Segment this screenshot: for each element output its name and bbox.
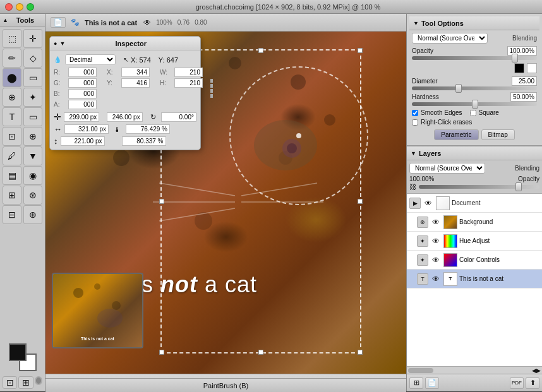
scroll-right-btn[interactable]: ▶ xyxy=(536,367,541,374)
diameter-slider-thumb[interactable] xyxy=(455,84,462,93)
rot-value: 0.00° xyxy=(161,112,196,122)
a-label: A: xyxy=(54,101,66,108)
status-text: PaintBrush (B) xyxy=(203,382,249,389)
insp-cx-row: X: 344 xyxy=(107,68,150,77)
window-controls[interactable] xyxy=(5,3,34,11)
tool-options-title: Tool Options xyxy=(421,20,464,27)
layer-item-text[interactable]: T 👁 T This is not a cat xyxy=(407,270,542,288)
canvas-tab-icon: 🐾 xyxy=(71,18,80,27)
layer-item-document[interactable]: ▶ 👁 Document xyxy=(407,194,542,213)
close-button[interactable] xyxy=(5,3,13,11)
inspector-title: Inspector xyxy=(65,40,196,47)
pdf-button[interactable]: PDF xyxy=(510,377,524,389)
r-value: 000 xyxy=(68,68,97,77)
tool-grid: ⬚ ✛ ✏ ◇ ⬤ ▭ ⊕ ✦ T ▭ ⊡ ⊕ 🖊 ▼ ▤ ◉ ⊞ ⊛ ⊟ ⊕ xyxy=(0,27,45,227)
layer-eye-bg[interactable]: 👁 xyxy=(430,217,442,228)
fg-bg-colors[interactable] xyxy=(9,343,37,371)
tool-colorpick[interactable]: 🖊 xyxy=(3,146,21,165)
smooth-edges-checkbox[interactable] xyxy=(412,110,418,116)
tool-move[interactable]: ✛ xyxy=(23,29,42,48)
cursor-icon: ↖ xyxy=(123,56,128,63)
tool-zoom[interactable]: ⊕ xyxy=(23,127,42,146)
layer-item-hue[interactable]: ✦ 👁 Hue Adjust xyxy=(407,232,542,251)
handle-bc[interactable] xyxy=(258,350,263,355)
layer-eye-cc[interactable]: 👁 xyxy=(430,254,442,266)
tool-clone[interactable]: ⊕ xyxy=(3,88,21,107)
square-checkbox[interactable] xyxy=(470,110,476,116)
insp-size: W: 210 H: 210 xyxy=(160,68,203,109)
bitmap-button[interactable]: Bitmap xyxy=(481,129,515,140)
opacity-slider-track[interactable] xyxy=(412,56,537,60)
tool-fill[interactable]: ▼ xyxy=(23,146,42,165)
layers-scroll-bar[interactable]: ◀ ▶ xyxy=(407,366,542,374)
opacity-slider-thumb[interactable] xyxy=(512,54,518,62)
new-layer-button[interactable]: 📄 xyxy=(425,377,439,389)
tool-polygon[interactable]: ◇ xyxy=(23,49,42,68)
inspector-close[interactable]: ● xyxy=(54,40,57,47)
layer-expand-btn-bg[interactable]: ⊛ xyxy=(417,217,428,228)
tool-blur[interactable]: ◉ xyxy=(23,166,42,185)
tool-freehand[interactable]: ✏ xyxy=(3,49,21,68)
tool-transform[interactable]: ⊞ xyxy=(3,186,21,205)
layer-item-background[interactable]: ⊛ 👁 Background xyxy=(407,213,542,232)
tool-select[interactable]: ⬚ xyxy=(3,29,21,48)
new-group-button[interactable]: ⊞ xyxy=(409,377,423,389)
layer-opacity-thumb[interactable] xyxy=(515,182,522,191)
inspector-mode-select[interactable]: Decimal xyxy=(65,54,116,65)
diameter-slider-track[interactable] xyxy=(412,86,537,90)
layer-eye-txt[interactable]: 👁 xyxy=(430,273,442,285)
pos-y-value: 246.00 px xyxy=(107,112,142,122)
layer-blending-label: Blending xyxy=(515,165,539,172)
layers-scroll-thumb[interactable] xyxy=(408,368,433,373)
handle-ml[interactable] xyxy=(159,199,164,204)
layer-blend-select[interactable]: Normal (Source Over) xyxy=(409,163,485,174)
pos-x-value: 299.00 px xyxy=(64,112,99,122)
tool-extra2[interactable]: ⊞ xyxy=(18,376,33,389)
hardness-slider-thumb[interactable] xyxy=(472,100,478,109)
tool-heal[interactable]: ✦ xyxy=(23,88,42,107)
handle-bl[interactable] xyxy=(159,350,164,355)
layer-item-color-controls[interactable]: ✦ 👁 Color Controls xyxy=(407,251,542,270)
center-handle[interactable] xyxy=(296,133,301,138)
layer-opacity-row: 100.00% Opacity ⛓ xyxy=(409,175,539,191)
tool-circle[interactable] xyxy=(35,376,42,385)
blend-mode-select[interactable]: Normal (Source Over) xyxy=(412,33,488,44)
tool-shape[interactable]: ▭ xyxy=(23,107,42,126)
hardness-slider-track[interactable] xyxy=(412,102,537,106)
export-button[interactable]: ⬆ xyxy=(526,377,539,389)
layer-eye-doc[interactable]: 👁 xyxy=(423,198,434,209)
parametric-button[interactable]: Parametric xyxy=(434,129,478,140)
insp-rgba-section: R: 000 G: 000 B: 000 A: 000 xyxy=(54,68,196,109)
inspector-body: 💧 Decimal ↖ X: 574 Y: 647 R: 000 G: 000 … xyxy=(50,50,200,150)
layer-expand-btn-cc[interactable]: ✦ xyxy=(417,254,428,266)
tool-brush[interactable]: ⬤ xyxy=(3,68,21,87)
eye-icon[interactable]: 👁 xyxy=(143,18,151,27)
layer-expand-btn-hue[interactable]: ✦ xyxy=(417,235,428,247)
foreground-color[interactable] xyxy=(9,343,27,361)
tool-eraser[interactable]: ▭ xyxy=(23,68,42,87)
tool-text[interactable]: T xyxy=(3,107,21,126)
tool-warp[interactable]: ⊛ xyxy=(23,186,42,205)
layer-opacity-track[interactable] xyxy=(419,185,539,189)
layer-thumb-color-controls xyxy=(443,253,457,267)
handle-br[interactable] xyxy=(358,350,363,355)
scroll-left-btn[interactable]: ◀ xyxy=(532,367,536,374)
right-click-checkbox[interactable] xyxy=(412,119,418,126)
hardness-value: 50.00% xyxy=(510,92,537,102)
tool-extra1[interactable]: ⊡ xyxy=(3,376,17,389)
minimize-button[interactable] xyxy=(16,3,23,11)
layers-list[interactable]: ▶ 👁 Document ⊛ 👁 Background ✦ 👁 xyxy=(407,194,542,366)
tool-gradient[interactable]: ▤ xyxy=(3,166,21,185)
handle-tc[interactable] xyxy=(258,48,263,53)
tool-nav[interactable]: ⊟ xyxy=(3,205,21,224)
handle-tr[interactable] xyxy=(358,48,363,53)
tool-zoom2[interactable]: ⊕ xyxy=(23,205,42,224)
layer-eye-hue[interactable]: 👁 xyxy=(430,235,442,247)
tool-crop[interactable]: ⊡ xyxy=(3,127,21,146)
layer-expand-btn-doc[interactable]: ▶ xyxy=(409,198,421,209)
layer-expand-btn-txt[interactable]: T xyxy=(417,273,428,285)
handle-mr[interactable] xyxy=(358,199,363,204)
maximize-button[interactable] xyxy=(27,3,34,11)
hardness-label: Hardness xyxy=(412,93,439,100)
bottom-tools: ⊡ ⊞ xyxy=(0,374,45,391)
